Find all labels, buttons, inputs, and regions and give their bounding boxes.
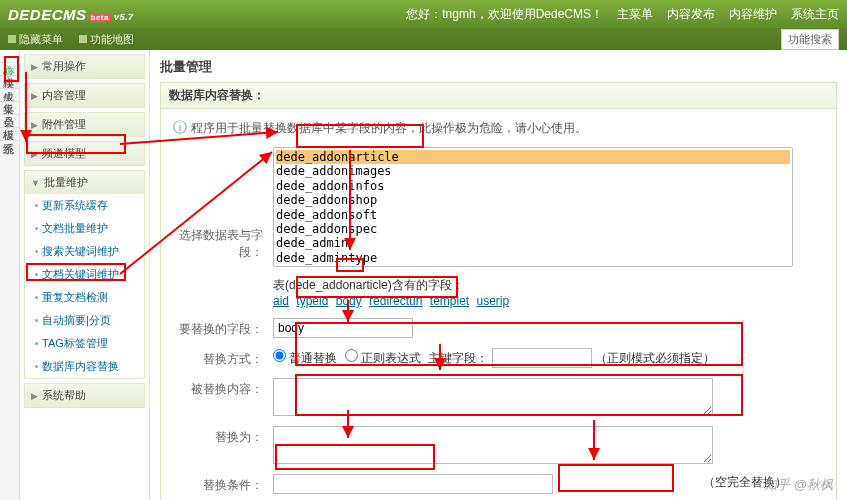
lbl-src: 被替换内容： [173,378,263,398]
page-title: 批量管理 [160,58,837,76]
menu-system-home[interactable]: 系统主页 [791,6,839,23]
leftcol-gen[interactable]: 生成 [0,76,19,89]
leftcol: 核心 模块 生成 采集 会员 模板 系统 [0,50,20,500]
sb-it-searchkw[interactable]: 搜索关键词维护 [25,240,144,263]
sidebar: ▶常用操作 ▶内容管理 ▶附件管理 ▶频道模型 ▼批量维护 更新系统缓存 文档批… [20,50,150,500]
fld-templet[interactable]: templet [430,294,469,308]
fld-typeid[interactable]: typeid [296,294,328,308]
fld-userip[interactable]: userip [477,294,510,308]
sb-common[interactable]: ▶常用操作 [25,55,144,78]
src-textarea[interactable] [273,378,713,416]
topbar: DEDECMSbetav5.7 您好：tngmh，欢迎使用DedeCMS！ 主菜… [0,0,847,28]
lbl-replace-field: 要替换的字段： [173,318,263,338]
function-search[interactable]: 功能搜索 [781,29,839,50]
watermark: 知乎 @秋枫 [764,476,833,494]
menu-main[interactable]: 主菜单 [617,6,653,23]
leftcol-template[interactable]: 模板 [0,115,19,128]
lbl-dst: 替换为： [173,426,263,446]
leftcol-module[interactable]: 模块 [0,63,19,76]
sb-content[interactable]: ▶内容管理 [25,84,144,107]
sb-it-cache[interactable]: 更新系统缓存 [25,194,144,217]
leftcol-core[interactable]: 核心 [0,50,19,63]
hide-menu[interactable]: 隐藏菜单 [8,32,63,47]
lbl-select-table: 选择数据表与字段： [173,224,263,261]
sb-it-autosum[interactable]: 自动摘要|分页 [25,309,144,332]
lbl-cond: 替换条件： [173,474,263,494]
lbl-mode: 替换方式： [173,348,263,368]
table-select[interactable]: dede_addonarticle dede_addonimages dede_… [273,147,793,267]
fld-redirecturl[interactable]: redirecturl [369,294,422,308]
content: 批量管理 数据库内容替换： ⓘ程序用于批量替换数据库中某字段的内容，此操作极为危… [150,50,847,500]
sb-batch[interactable]: ▼批量维护 [25,171,144,194]
page-subtitle: 数据库内容替换： [160,82,837,109]
sb-channel[interactable]: ▶频道模型 [25,142,144,165]
info-icon: ⓘ [173,119,187,135]
fields-prefix: 表(dede_addonarticle)含有的字段： [273,277,513,294]
greeting: 您好：tngmh，欢迎使用DedeCMS！ [406,6,603,23]
fld-aid[interactable]: aid [273,294,289,308]
subbar: 隐藏菜单 功能地图 功能搜索 [0,28,847,50]
pk-input[interactable] [492,348,592,368]
mode-note: （正则模式必须指定） [595,351,715,365]
radio-normal[interactable]: 普通替换 [273,351,337,365]
dst-textarea[interactable] [273,426,713,464]
leftcol-collect[interactable]: 采集 [0,89,19,102]
sb-help[interactable]: ▶系统帮助 [25,384,144,407]
logo: DEDECMSbetav5.7 [8,6,134,23]
radio-regex[interactable]: 正则表达式 [345,351,421,365]
sb-attach[interactable]: ▶附件管理 [25,113,144,136]
replace-field-input[interactable] [273,318,413,338]
function-map[interactable]: 功能地图 [79,32,134,47]
sb-it-dbreplace[interactable]: 数据库内容替换 [25,355,144,378]
menu-content-publish[interactable]: 内容发布 [667,6,715,23]
sb-it-tag[interactable]: TAG标签管理 [25,332,144,355]
leftcol-member[interactable]: 会员 [0,102,19,115]
cond-input[interactable] [273,474,553,494]
sb-it-dup[interactable]: 重复文档检测 [25,286,144,309]
menu-content-maintain[interactable]: 内容维护 [729,6,777,23]
sb-it-dockw[interactable]: 文档关键词维护 [25,263,144,286]
fld-body[interactable]: body [336,294,362,308]
warn-text: 程序用于批量替换数据库中某字段的内容，此操作极为危险，请小心使用。 [191,121,587,135]
fields-list: aid typeid body redirecturl templet user… [273,294,513,308]
sb-it-docbatch[interactable]: 文档批量维护 [25,217,144,240]
leftcol-system[interactable]: 系统 [0,128,19,141]
lbl-pk: 主键字段： [428,351,488,365]
